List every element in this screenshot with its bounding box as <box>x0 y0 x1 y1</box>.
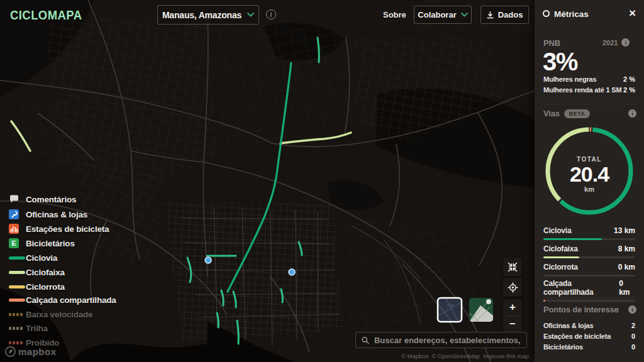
legend-item-baixa-velocidade[interactable]: Baixa velocidade <box>9 309 92 320</box>
ciclomapa-app: CICLOMAPA Manaus, Amazonas i Sobre Colab… <box>0 0 644 362</box>
ciclorrota-swatch <box>9 285 25 288</box>
pontos-row: Oficinas & lojas 2 <box>543 322 635 329</box>
search-input[interactable] <box>374 336 521 345</box>
search-icon <box>362 336 369 344</box>
bike-station-marker[interactable] <box>289 269 295 275</box>
metrics-panel: Métricas × PNB 2021 i 3% Mulheres negras… <box>535 0 644 362</box>
map-style-dark-thumbnail[interactable] <box>436 297 463 323</box>
collapse-metrics-button[interactable] <box>503 258 522 277</box>
divider <box>543 298 635 299</box>
trilha-swatch <box>9 327 25 330</box>
city-selector-value: Manaus, Amazonas <box>162 10 242 20</box>
wrench-icon <box>9 209 19 219</box>
legend-item-ciclovia[interactable]: Ciclovia <box>9 252 57 263</box>
comment-icon <box>9 194 19 204</box>
ciclovia-swatch <box>9 256 25 260</box>
vias-bar-row: Ciclofaixa8 km <box>543 244 635 258</box>
pnb-info-icon[interactable]: i <box>621 38 630 47</box>
pontos-title: Pontos de interesse <box>543 305 619 314</box>
bike-station-icon <box>9 224 19 234</box>
colaborar-button[interactable]: Colaborar <box>414 6 472 24</box>
legend-item-oficinas[interactable]: Oficinas & lojas <box>9 209 87 220</box>
chevron-down-icon <box>247 13 254 17</box>
vias-bar-row: Ciclovia13 km <box>543 226 635 240</box>
ciclofaixa-swatch <box>9 271 25 274</box>
pontos-info-icon[interactable]: i <box>628 305 636 314</box>
divider <box>543 104 635 104</box>
dados-button[interactable]: Dados <box>480 6 529 24</box>
pnb-year: 2021 <box>602 39 618 47</box>
pnb-row: Mulheres renda até 1 SM 2 % <box>543 86 635 94</box>
pnb-label: PNB <box>543 38 560 48</box>
pontos-row: Bicicletários 0 <box>543 343 635 351</box>
legend-item-comentarios[interactable]: Comentários <box>9 194 76 205</box>
legend-item-ciclorrota[interactable]: Ciclorrota <box>9 281 65 292</box>
metrics-title: Métricas <box>554 9 589 19</box>
sobre-link[interactable]: Sobre <box>383 10 406 19</box>
zoom-out-button[interactable]: − <box>503 316 522 332</box>
attribution-mapbox-link[interactable]: © Mapbox <box>401 353 428 359</box>
calcada-swatch <box>9 299 25 302</box>
legend-item-estacoes[interactable]: Estações de bicicleta <box>9 223 109 234</box>
proibido-swatch <box>9 341 25 344</box>
city-selector[interactable]: Manaus, Amazonas <box>157 5 259 25</box>
attribution-osm-link[interactable]: © OpenStreetMap <box>431 353 480 359</box>
locate-icon <box>508 282 518 293</box>
legend-item-trilha[interactable]: Trilha <box>9 322 48 334</box>
vias-donut-center: TOTAL 20.4 km <box>542 156 636 193</box>
zoom-in-button[interactable]: + <box>503 299 522 315</box>
metrics-icon <box>543 10 550 17</box>
vias-label: Vias <box>543 109 560 118</box>
pnb-row: Mulheres negras 2 % <box>543 75 635 83</box>
mapbox-logo[interactable]: mapbox <box>5 346 57 357</box>
close-icon[interactable]: × <box>629 9 636 18</box>
map-style-satellite-thumbnail[interactable] <box>469 298 493 322</box>
app-logo: CICLOMAPA <box>10 8 82 23</box>
attribution-improve-link[interactable]: Improve this map <box>483 353 529 359</box>
pnb-value: 3% <box>543 48 577 76</box>
collapse-arrows-icon <box>508 262 518 272</box>
vias-bar-row: Ciclorrota0 km <box>543 263 635 277</box>
city-info-icon[interactable]: i <box>266 9 276 19</box>
download-icon <box>487 11 494 19</box>
locate-me-button[interactable] <box>503 278 522 297</box>
legend-item-ciclofaixa[interactable]: Ciclofaixa <box>9 266 65 278</box>
legend-item-calcada[interactable]: Calçada compartilhada <box>9 294 116 305</box>
search-bar <box>355 332 527 348</box>
baixa-velocidade-swatch <box>9 313 25 316</box>
beta-badge: BETA <box>564 109 591 118</box>
map-attribution: © Mapbox © OpenStreetMap Improve this ma… <box>401 353 529 359</box>
bike-parking-icon: E <box>9 238 19 248</box>
bike-station-marker[interactable] <box>205 257 211 263</box>
legend-item-bicicletarios[interactable]: E Bicicletários <box>9 238 75 249</box>
chevron-down-icon <box>461 13 468 17</box>
vias-info-icon[interactable]: i <box>628 109 636 118</box>
zoom-control: + − <box>503 299 522 332</box>
mapbox-icon <box>5 346 16 357</box>
pontos-row: Estações de bicicleta 0 <box>543 332 635 340</box>
